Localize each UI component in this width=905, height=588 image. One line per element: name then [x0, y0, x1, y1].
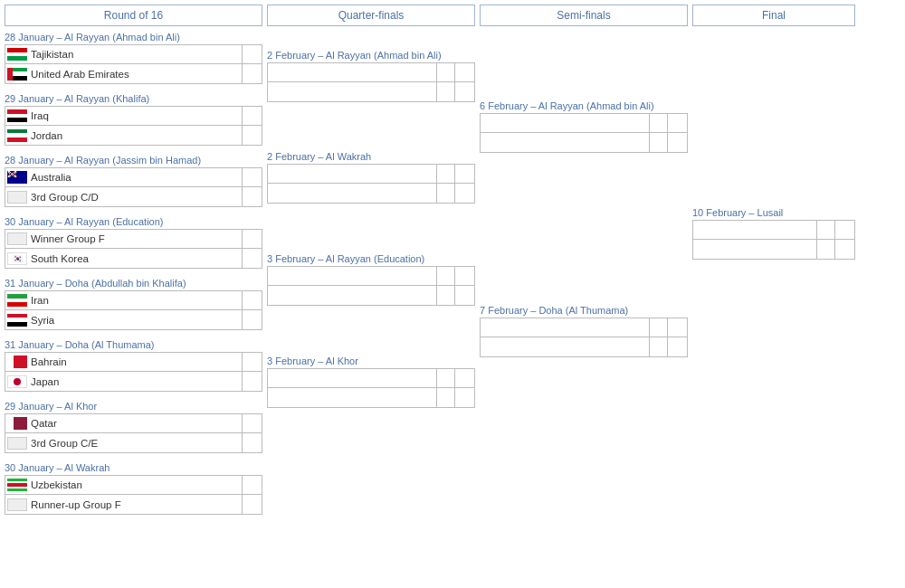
qf-header: Quarter-finals — [267, 5, 475, 26]
r16-m1-date: 28 January – — [5, 32, 64, 43]
r16-m2-team1: Iraq — [5, 107, 262, 126]
flag-japan — [7, 375, 27, 388]
sf-m2-t1-score2 — [667, 318, 685, 337]
bracket-container: Round of 16 28 January – Al Rayyan (Ahma… — [0, 0, 905, 521]
qf-m1-t1-score2 — [454, 63, 472, 81]
sf-m1-t2-score — [649, 133, 667, 152]
qf-m3-t2-score2 — [454, 286, 472, 305]
sf-m1-t2-score2 — [667, 133, 685, 152]
r16-m7-t1-score — [242, 414, 260, 432]
r16-m8-team2: Runner-up Group F — [5, 495, 262, 514]
r16-m5-t2-name: Syria — [31, 315, 242, 326]
r16-match6: 31 January – Doha (Al Thumama) Bahrain J… — [5, 339, 262, 392]
r16-m6-t2-score — [242, 372, 260, 391]
r16-m7-teams: Qatar 3rd Group C/E — [5, 413, 262, 453]
r16-m6-teams: Bahrain Japan — [5, 352, 262, 392]
sf-m2-t2-score2 — [667, 337, 685, 356]
qf-match3: 3 February – Al Rayyan (Education) — [267, 253, 475, 306]
r16-m6-t1-name: Bahrain — [31, 356, 242, 367]
flag-bahrain — [7, 356, 27, 368]
r16-m3-t1-score — [242, 168, 260, 186]
r16-match1: 28 January – Al Rayyan (Ahmad bin Ali) T… — [5, 32, 262, 84]
r16-m1-team2: United Arab Emirates — [5, 64, 262, 83]
r16-m8-t2-name: Runner-up Group F — [31, 499, 242, 510]
r16-m3-t2-score — [242, 187, 260, 206]
r16-m2-t2-score — [242, 126, 260, 145]
r16-match3: 28 January – Al Rayyan (Jassim bin Hamad… — [5, 155, 262, 207]
qf-m4-t1-score — [436, 369, 454, 387]
qf-m1-t2-score — [436, 82, 454, 101]
qf-m3-t1-score2 — [454, 267, 472, 285]
r16-m1-t2-name: United Arab Emirates — [31, 69, 242, 80]
sf-m1-team2 — [481, 133, 687, 152]
flag-syria — [7, 314, 27, 327]
r16-match5: 31 January – Doha (Abdullah bin Khalifa)… — [5, 278, 262, 330]
r16-m7-t2-score — [242, 433, 260, 452]
r16-m2-date: 29 January – — [5, 93, 64, 104]
r16-m5-t2-score — [242, 310, 260, 329]
r16-match7: 29 January – Al Khor Qatar 3rd Group C/E — [5, 401, 262, 453]
r16-m6-team2: Japan — [5, 372, 262, 391]
round-r16: Round of 16 28 January – Al Rayyan (Ahma… — [5, 5, 262, 517]
qf-match1: 2 February – Al Rayyan (Ahmad bin Ali) — [267, 50, 475, 102]
qf-match4: 3 February – Al Khor — [267, 356, 475, 408]
r16-m3-team1: Australia — [5, 168, 262, 187]
qf-m1-teams — [267, 62, 475, 102]
r16-m2-teams: Iraq Jordan — [5, 106, 262, 146]
r16-m1-venue[interactable]: Al Rayyan (Ahmad bin Ali) — [64, 32, 180, 43]
final-match1: 10 February – Lusail — [692, 207, 855, 260]
r16-m7-team1: Qatar — [5, 414, 262, 433]
r16-m4-t1-score — [242, 230, 260, 248]
qf-m3-teams — [267, 266, 475, 306]
qf-m2-t2-score — [436, 184, 454, 203]
qf-match2: 2 February – Al Wakrah — [267, 151, 475, 204]
qf-m2-t2-score2 — [454, 184, 472, 203]
final-m1-t2-score — [816, 240, 834, 259]
final-m1-t1-score2 — [834, 221, 853, 239]
r16-m4-t2-score — [242, 249, 260, 268]
r16-m4-teams: Winner Group F 🇰🇷 South Korea — [5, 229, 262, 269]
flag-winner-f — [7, 232, 27, 245]
qf-m3-team2 — [268, 286, 474, 305]
final-m1-t2-score2 — [834, 240, 853, 259]
r16-m6-team1: Bahrain — [5, 353, 262, 372]
r16-m4-team2: 🇰🇷 South Korea — [5, 249, 262, 268]
r16-match4: 30 January – Al Rayyan (Education) Winne… — [5, 216, 262, 269]
final-m1-team1 — [693, 221, 854, 240]
sf-match1: 6 February – Al Rayyan (Ahmad bin Ali) — [480, 100, 688, 153]
flag-uzbekistan — [7, 479, 27, 491]
qf-m3-t2-score — [436, 286, 454, 305]
flag-jordan — [7, 129, 27, 142]
r16-m5-t1-name: Iran — [31, 295, 242, 306]
r16-m6-t1-score — [242, 353, 260, 371]
r16-header: Round of 16 — [5, 5, 262, 26]
flag-australia — [7, 171, 27, 184]
r16-m1-t1-score — [242, 45, 260, 63]
flag-runner-f — [7, 498, 27, 511]
flag-uae — [7, 68, 27, 81]
qf-m4-t2-score — [436, 388, 454, 407]
qf-m1-t1-score — [436, 63, 454, 81]
flag-3rd-cd — [7, 191, 27, 204]
flag-south-korea: 🇰🇷 — [7, 252, 27, 265]
qf-m4-t1-score2 — [454, 369, 472, 387]
r16-m2-venue[interactable]: Al Rayyan (Khalifa) — [64, 93, 149, 104]
r16-m3-teams: Australia 3rd Group C/D — [5, 167, 262, 207]
r16-m5-team2: Syria — [5, 310, 262, 329]
r16-m7-team2: 3rd Group C/E — [5, 433, 262, 452]
round-qf: Quarter-finals 2 February – Al Rayyan (A… — [267, 5, 475, 410]
qf-m4-team1 — [268, 369, 474, 388]
sf-m1-t1-score2 — [667, 114, 685, 132]
qf-m2-t1-score2 — [454, 165, 472, 183]
qf-m2-team2 — [268, 184, 474, 203]
r16-m1-team1: Tajikistan — [5, 45, 262, 64]
r16-m3-t2-name: 3rd Group C/D — [31, 192, 242, 203]
qf-m1-team1 — [268, 63, 474, 82]
sf-match2: 7 February – Doha (Al Thumama) — [480, 305, 688, 357]
sf-m2-team2 — [481, 337, 687, 356]
r16-m4-team1: Winner Group F — [5, 230, 262, 249]
round-sf: Semi-finals 6 February – Al Rayyan (Ahma… — [480, 5, 688, 359]
qf-m1-team2 — [268, 82, 474, 101]
r16-m4-t2-name: South Korea — [31, 253, 242, 264]
flag-tajikistan — [7, 48, 27, 61]
